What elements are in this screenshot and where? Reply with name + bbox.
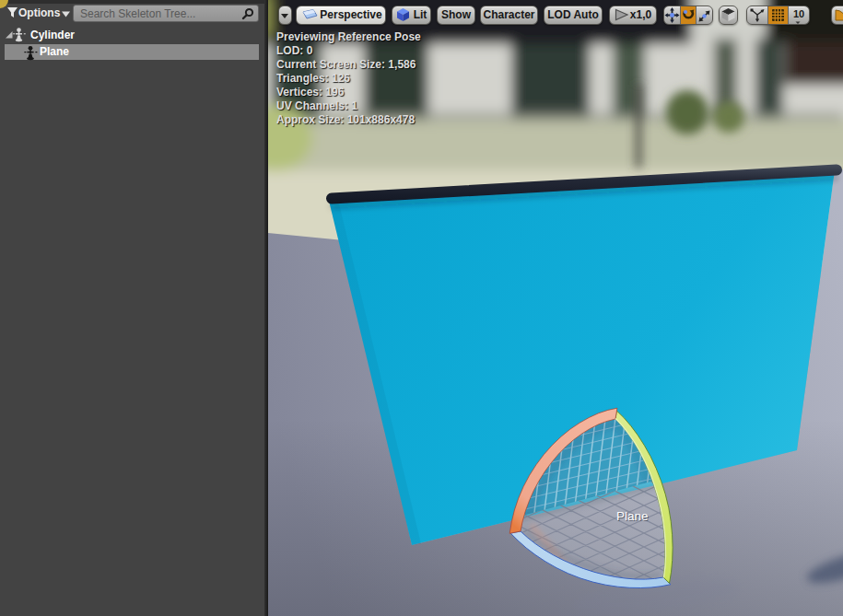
svg-text:10: 10 — [793, 8, 804, 19]
svg-text:Plane: Plane — [616, 509, 649, 523]
